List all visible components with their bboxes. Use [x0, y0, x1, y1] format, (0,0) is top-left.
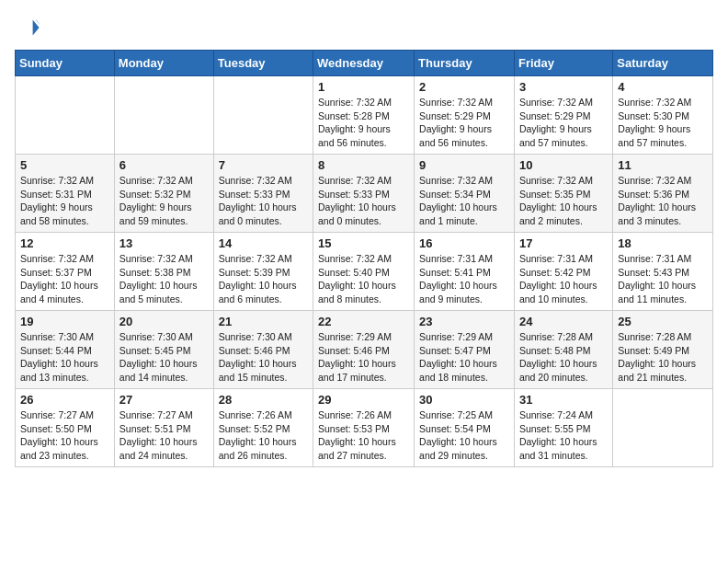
day-cell: [114, 76, 213, 155]
logo-icon: [15, 15, 40, 40]
day-info: Sunrise: 7:30 AM Sunset: 5:44 PM Dayligh…: [20, 330, 109, 385]
day-info: Sunrise: 7:25 AM Sunset: 5:54 PM Dayligh…: [419, 408, 509, 463]
day-cell: 15Sunrise: 7:32 AM Sunset: 5:40 PM Dayli…: [313, 233, 415, 311]
day-info: Sunrise: 7:32 AM Sunset: 5:39 PM Dayligh…: [219, 252, 308, 306]
day-number: 2: [419, 80, 509, 94]
day-cell: 18Sunrise: 7:31 AM Sunset: 5:43 PM Dayli…: [613, 233, 713, 311]
day-cell: 22Sunrise: 7:29 AM Sunset: 5:46 PM Dayli…: [313, 311, 415, 389]
day-cell: [16, 76, 115, 155]
day-cell: 2Sunrise: 7:32 AM Sunset: 5:29 PM Daylig…: [415, 76, 515, 155]
day-info: Sunrise: 7:24 AM Sunset: 5:55 PM Dayligh…: [519, 408, 608, 463]
day-cell: 16Sunrise: 7:31 AM Sunset: 5:41 PM Dayli…: [415, 233, 515, 311]
day-cell: 14Sunrise: 7:32 AM Sunset: 5:39 PM Dayli…: [213, 233, 313, 311]
day-info: Sunrise: 7:32 AM Sunset: 5:28 PM Dayligh…: [318, 96, 409, 150]
day-info: Sunrise: 7:26 AM Sunset: 5:53 PM Dayligh…: [318, 408, 409, 463]
day-info: Sunrise: 7:31 AM Sunset: 5:43 PM Dayligh…: [618, 252, 708, 306]
day-number: 6: [119, 158, 209, 172]
week-row-5: 26Sunrise: 7:27 AM Sunset: 5:50 PM Dayli…: [16, 389, 713, 467]
day-info: Sunrise: 7:29 AM Sunset: 5:47 PM Dayligh…: [419, 330, 509, 385]
day-cell: 13Sunrise: 7:32 AM Sunset: 5:38 PM Dayli…: [114, 233, 213, 311]
day-number: 19: [20, 315, 109, 328]
col-header-sunday: Sunday: [16, 51, 115, 76]
day-number: 7: [219, 158, 308, 172]
col-header-tuesday: Tuesday: [213, 51, 313, 76]
day-number: 27: [119, 393, 209, 407]
day-number: 14: [219, 236, 308, 250]
day-info: Sunrise: 7:32 AM Sunset: 5:33 PM Dayligh…: [318, 174, 409, 228]
day-number: 9: [419, 158, 509, 172]
day-info: Sunrise: 7:26 AM Sunset: 5:52 PM Dayligh…: [219, 408, 308, 463]
day-number: 21: [219, 315, 308, 328]
day-info: Sunrise: 7:32 AM Sunset: 5:36 PM Dayligh…: [618, 174, 708, 228]
col-header-thursday: Thursday: [415, 51, 515, 76]
calendar-header-row: SundayMondayTuesdayWednesdayThursdayFrid…: [16, 51, 713, 76]
day-cell: 11Sunrise: 7:32 AM Sunset: 5:36 PM Dayli…: [613, 155, 713, 233]
day-info: Sunrise: 7:28 AM Sunset: 5:48 PM Dayligh…: [519, 330, 608, 385]
logo: [15, 15, 44, 40]
day-cell: 23Sunrise: 7:29 AM Sunset: 5:47 PM Dayli…: [415, 311, 515, 389]
day-info: Sunrise: 7:29 AM Sunset: 5:46 PM Dayligh…: [318, 330, 409, 385]
day-info: Sunrise: 7:32 AM Sunset: 5:31 PM Dayligh…: [20, 174, 109, 228]
day-cell: 31Sunrise: 7:24 AM Sunset: 5:55 PM Dayli…: [514, 389, 612, 467]
day-number: 24: [519, 315, 608, 328]
day-cell: 4Sunrise: 7:32 AM Sunset: 5:30 PM Daylig…: [613, 76, 713, 155]
day-number: 1: [318, 80, 409, 94]
week-row-4: 19Sunrise: 7:30 AM Sunset: 5:44 PM Dayli…: [16, 311, 713, 389]
day-cell: 12Sunrise: 7:32 AM Sunset: 5:37 PM Dayli…: [16, 233, 115, 311]
day-number: 11: [618, 158, 708, 172]
page-header: [15, 15, 713, 40]
day-info: Sunrise: 7:28 AM Sunset: 5:49 PM Dayligh…: [618, 330, 708, 385]
day-number: 22: [318, 315, 409, 328]
day-info: Sunrise: 7:27 AM Sunset: 5:50 PM Dayligh…: [20, 408, 109, 463]
day-cell: 10Sunrise: 7:32 AM Sunset: 5:35 PM Dayli…: [514, 155, 612, 233]
day-number: 8: [318, 158, 409, 172]
week-row-1: 1Sunrise: 7:32 AM Sunset: 5:28 PM Daylig…: [16, 76, 713, 155]
day-number: 29: [318, 393, 409, 407]
day-info: Sunrise: 7:32 AM Sunset: 5:33 PM Dayligh…: [219, 174, 308, 228]
col-header-friday: Friday: [514, 51, 612, 76]
day-cell: [613, 389, 713, 467]
col-header-monday: Monday: [114, 51, 213, 76]
calendar-table: SundayMondayTuesdayWednesdayThursdayFrid…: [15, 50, 713, 467]
day-cell: 29Sunrise: 7:26 AM Sunset: 5:53 PM Dayli…: [313, 389, 415, 467]
day-number: 12: [20, 236, 109, 250]
day-number: 17: [519, 236, 608, 250]
day-info: Sunrise: 7:32 AM Sunset: 5:40 PM Dayligh…: [318, 252, 409, 306]
day-cell: 21Sunrise: 7:30 AM Sunset: 5:46 PM Dayli…: [213, 311, 313, 389]
col-header-wednesday: Wednesday: [313, 51, 415, 76]
day-cell: 3Sunrise: 7:32 AM Sunset: 5:29 PM Daylig…: [514, 76, 612, 155]
day-info: Sunrise: 7:31 AM Sunset: 5:42 PM Dayligh…: [519, 252, 608, 306]
day-info: Sunrise: 7:32 AM Sunset: 5:32 PM Dayligh…: [119, 174, 209, 228]
day-cell: 24Sunrise: 7:28 AM Sunset: 5:48 PM Dayli…: [514, 311, 612, 389]
day-number: 25: [618, 315, 708, 328]
day-cell: 19Sunrise: 7:30 AM Sunset: 5:44 PM Dayli…: [16, 311, 115, 389]
day-cell: 9Sunrise: 7:32 AM Sunset: 5:34 PM Daylig…: [415, 155, 515, 233]
day-number: 3: [519, 80, 608, 94]
day-info: Sunrise: 7:32 AM Sunset: 5:29 PM Dayligh…: [519, 96, 608, 150]
day-info: Sunrise: 7:32 AM Sunset: 5:30 PM Dayligh…: [618, 96, 708, 150]
day-number: 20: [119, 315, 209, 328]
svg-marker-0: [33, 20, 40, 36]
day-info: Sunrise: 7:32 AM Sunset: 5:37 PM Dayligh…: [20, 252, 109, 306]
day-number: 18: [618, 236, 708, 250]
day-cell: 8Sunrise: 7:32 AM Sunset: 5:33 PM Daylig…: [313, 155, 415, 233]
day-cell: 7Sunrise: 7:32 AM Sunset: 5:33 PM Daylig…: [213, 155, 313, 233]
day-info: Sunrise: 7:30 AM Sunset: 5:45 PM Dayligh…: [119, 330, 209, 385]
day-cell: 17Sunrise: 7:31 AM Sunset: 5:42 PM Dayli…: [514, 233, 612, 311]
day-number: 16: [419, 236, 509, 250]
day-info: Sunrise: 7:32 AM Sunset: 5:29 PM Dayligh…: [419, 96, 509, 150]
day-cell: 25Sunrise: 7:28 AM Sunset: 5:49 PM Dayli…: [613, 311, 713, 389]
day-number: 4: [618, 80, 708, 94]
week-row-2: 5Sunrise: 7:32 AM Sunset: 5:31 PM Daylig…: [16, 155, 713, 233]
day-number: 15: [318, 236, 409, 250]
day-cell: 5Sunrise: 7:32 AM Sunset: 5:31 PM Daylig…: [16, 155, 115, 233]
day-info: Sunrise: 7:32 AM Sunset: 5:35 PM Dayligh…: [519, 174, 608, 228]
day-cell: 28Sunrise: 7:26 AM Sunset: 5:52 PM Dayli…: [213, 389, 313, 467]
day-cell: 20Sunrise: 7:30 AM Sunset: 5:45 PM Dayli…: [114, 311, 213, 389]
day-number: 5: [20, 158, 109, 172]
day-info: Sunrise: 7:32 AM Sunset: 5:38 PM Dayligh…: [119, 252, 209, 306]
day-number: 23: [419, 315, 509, 328]
day-info: Sunrise: 7:31 AM Sunset: 5:41 PM Dayligh…: [419, 252, 509, 306]
day-cell: 6Sunrise: 7:32 AM Sunset: 5:32 PM Daylig…: [114, 155, 213, 233]
day-cell: 30Sunrise: 7:25 AM Sunset: 5:54 PM Dayli…: [415, 389, 515, 467]
